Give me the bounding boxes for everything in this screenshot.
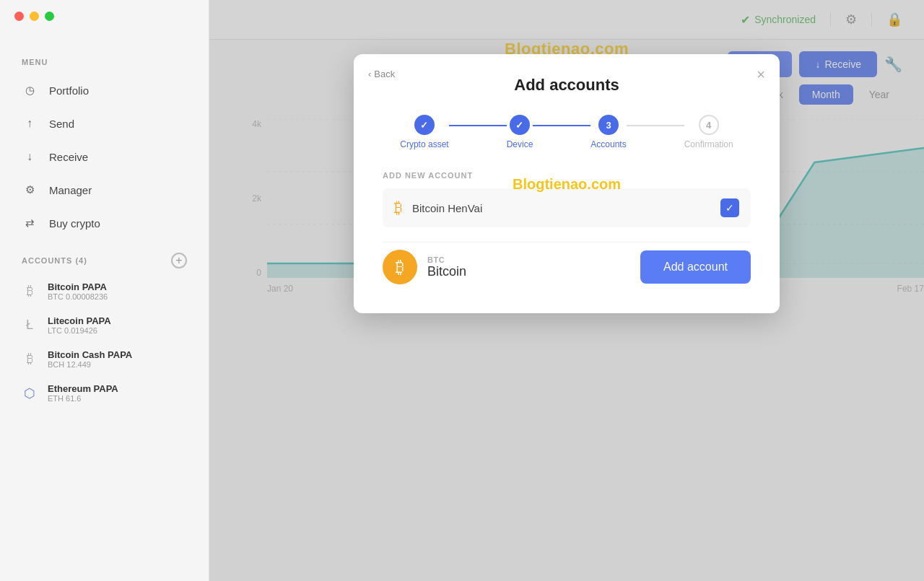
add-account-button[interactable]: Add account — [640, 250, 751, 284]
sidebar-item-receive-label: Receive — [49, 151, 88, 163]
step-4-circle: 4 — [699, 115, 719, 135]
send-icon: ↑ — [22, 115, 38, 131]
step-3-circle: 3 — [598, 115, 619, 135]
account-sub: LTC 0.019426 — [48, 326, 111, 335]
list-item[interactable]: Ł Litecoin PAPA LTC 0.019426 — [0, 308, 209, 342]
stepper: ✓ Crypto asset ✓ Device 3 Accounts — [383, 115, 751, 149]
list-item[interactable]: ⬡ Ethereum PAPA ETH 61.6 — [0, 376, 209, 410]
account-sub: BTC 0.00008236 — [48, 292, 108, 301]
close-button[interactable]: × — [757, 67, 765, 82]
step-2-label: Device — [507, 139, 533, 149]
list-item[interactable]: ₿ Bitcoin Cash PAPA BCH 12.449 — [0, 342, 209, 376]
sidebar: MENU ◷ Portfolio ↑ Send ↓ Receive ⚙ Mana… — [0, 0, 209, 581]
step-accounts: 3 Accounts — [590, 115, 626, 149]
step-3-label: Accounts — [590, 139, 626, 149]
sidebar-item-buycrypto-label: Buy crypto — [49, 217, 100, 230]
receive-icon: ↓ — [22, 149, 38, 165]
account-name: Bitcoin Cash PAPA — [48, 349, 132, 360]
menu-label: MENU — [0, 51, 209, 74]
step-connector-1 — [449, 125, 507, 126]
account-name: Ethereum PAPA — [48, 383, 118, 394]
step-confirmation: 4 Confirmation — [684, 115, 733, 149]
crypto-logo: ₿ — [383, 250, 417, 284]
step-4-label: Confirmation — [684, 139, 733, 149]
crypto-ticker: BTC — [427, 255, 466, 264]
add-account-sidebar-btn[interactable]: + — [171, 253, 187, 268]
sidebar-item-send-label: Send — [49, 118, 74, 130]
add-new-account-label: ADD NEW ACCOUNT — [383, 171, 751, 180]
bitcoin-icon: ₿ — [22, 284, 38, 299]
step-connector-3 — [627, 125, 684, 126]
accounts-label: ACCOUNTS (4) — [22, 256, 87, 265]
sidebar-item-receive[interactable]: ↓ Receive — [0, 140, 209, 173]
litecoin-icon: Ł — [22, 318, 38, 333]
account-name: Litecoin PAPA — [48, 315, 111, 326]
buycrypto-icon: ⇄ — [22, 215, 38, 231]
sidebar-item-send[interactable]: ↑ Send — [0, 107, 209, 140]
account-sub: ETH 61.6 — [48, 394, 118, 403]
step-1-circle: ✓ — [414, 115, 435, 135]
step-crypto-asset: ✓ Crypto asset — [400, 115, 448, 149]
portfolio-icon: ◷ — [22, 82, 38, 98]
accounts-header: ACCOUNTS (4) + — [0, 240, 209, 274]
back-chevron-icon: ‹ — [368, 69, 371, 79]
sidebar-item-buycrypto[interactable]: ⇄ Buy crypto — [0, 206, 209, 240]
account-row-name: Bitcoin HenVai — [412, 202, 710, 214]
account-name: Bitcoin PAPA — [48, 281, 108, 292]
add-accounts-modal: ‹ Back × Add accounts ✓ Crypto asset ✓ D… — [354, 54, 780, 313]
step-1-label: Crypto asset — [400, 139, 448, 149]
sidebar-item-portfolio[interactable]: ◷ Portfolio — [0, 74, 209, 107]
step-device: ✓ Device — [507, 115, 533, 149]
crypto-name: Bitcoin — [427, 264, 466, 279]
window-controls — [14, 12, 54, 21]
modal-bottom: ₿ BTC Bitcoin Add account — [383, 242, 751, 284]
crypto-info: ₿ BTC Bitcoin — [383, 250, 466, 284]
ethereum-icon: ⬡ — [22, 385, 38, 401]
back-label: Back — [374, 69, 395, 79]
main-content: ✔ Synchronized ⚙ 🔒 ↑ Send ↓ Receive 🔧 We… — [209, 0, 924, 581]
manager-icon: ⚙ — [22, 182, 38, 198]
list-item[interactable]: ₿ Bitcoin PAPA BTC 0.00008236 — [0, 274, 209, 308]
account-sub: BCH 12.449 — [48, 360, 132, 369]
step-2-circle: ✓ — [510, 115, 530, 135]
close-window-btn[interactable] — [14, 12, 24, 21]
back-button[interactable]: ‹ Back — [368, 69, 395, 79]
sidebar-item-portfolio-label: Portfolio — [49, 84, 89, 97]
account-row-btc-icon: ₿ — [394, 198, 402, 217]
account-row-checkbox[interactable]: ✓ — [720, 198, 739, 217]
modal-overlay: ‹ Back × Add accounts ✓ Crypto asset ✓ D… — [209, 0, 924, 581]
modal-title: Add accounts — [383, 76, 751, 95]
account-row: ₿ Bitcoin HenVai ✓ — [383, 188, 751, 227]
sidebar-item-manager[interactable]: ⚙ Manager — [0, 173, 209, 206]
bitcoincash-icon: ₿ — [22, 351, 38, 367]
maximize-window-btn[interactable] — [45, 12, 54, 21]
step-connector-2 — [533, 125, 590, 126]
sidebar-item-manager-label: Manager — [49, 184, 92, 196]
minimize-window-btn[interactable] — [30, 12, 39, 21]
